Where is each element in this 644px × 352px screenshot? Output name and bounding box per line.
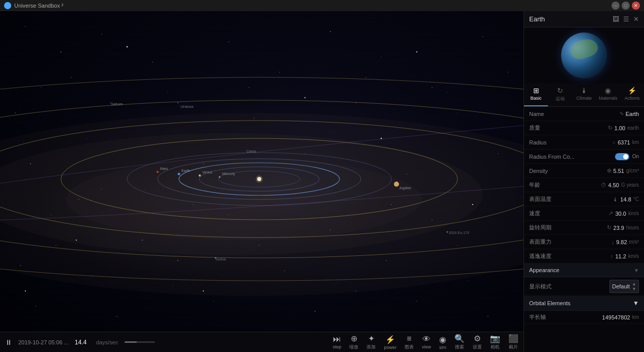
svg-point-11: [15, 112, 15, 113]
tool-step[interactable]: ⏭ step: [332, 335, 341, 349]
panel-list-icon[interactable]: ☰: [623, 15, 629, 23]
toolbar-icons: ⏭ step ⊕ 缩放 ✦ 添加 ⚡ power ≡ 图表 👁 view: [332, 334, 518, 350]
chart-label: 图表: [405, 344, 414, 350]
tab-materials[interactable]: ◉ Materials: [596, 83, 620, 106]
screenshot-icon: ⬛: [508, 334, 518, 343]
step-label: step: [332, 344, 341, 349]
rotation-row: 旋转周期 ↻ 23.9 hours: [524, 221, 644, 235]
density-icon: ⊕: [607, 167, 611, 174]
tool-zoom[interactable]: ⊕ 缩放: [349, 334, 358, 350]
svg-point-16: [457, 113, 458, 113]
svg-text:◦: ◦: [110, 101, 111, 104]
escape-velocity-row: 逃逸速度 ↑ 11.2 km/s: [524, 249, 644, 263]
svg-point-41: [71, 77, 72, 78]
tool-settings[interactable]: ⚙ 设置: [473, 334, 482, 350]
mass-value[interactable]: 1.00: [615, 125, 625, 131]
panel-header-icons: 🖼 ☰ ✕: [612, 15, 639, 23]
svg-text:Sedna: Sedna: [216, 257, 226, 261]
panel-photo-icon[interactable]: 🖼: [612, 15, 619, 23]
earth-sphere: [561, 33, 607, 78]
simulation-viewport[interactable]: Jupiter Earth Mercury Venus Mars Saturn …: [0, 11, 524, 352]
appearance-section-header[interactable]: Appearance ▼: [524, 263, 644, 277]
svg-point-10: [483, 37, 483, 37]
add-icon: ✦: [368, 334, 375, 343]
svg-point-6: [280, 72, 280, 73]
tool-view[interactable]: 👁 view: [422, 335, 431, 349]
surface-temp-value[interactable]: 14.8: [620, 196, 631, 202]
settings-icon: ⚙: [474, 334, 481, 343]
speed-value[interactable]: 30.0: [615, 211, 626, 217]
svg-point-3: [152, 62, 152, 62]
tab-motion[interactable]: ↻ 运动: [548, 83, 572, 106]
name-row: Name ✎ Earth: [524, 107, 644, 121]
tool-sim[interactable]: ◉ sim: [439, 335, 446, 350]
svg-point-40: [487, 316, 488, 316]
density-value[interactable]: 5.51: [614, 168, 624, 174]
power-label: power: [384, 345, 396, 350]
actions-tab-icon: ⚡: [628, 86, 636, 95]
svg-text:Mars: Mars: [160, 167, 168, 170]
svg-point-77: [256, 175, 263, 183]
search-icon: 🔍: [454, 334, 465, 343]
surface-temp-value-container: 🌡 14.8 °C: [612, 196, 639, 202]
tool-add[interactable]: ✦ 添加: [366, 334, 376, 350]
radius-from-toggle[interactable]: [615, 153, 629, 160]
name-value-container: ✎ Earth: [620, 111, 639, 117]
surface-gravity-value[interactable]: 9.82: [616, 239, 627, 245]
svg-text:Saturn: Saturn: [111, 102, 123, 106]
orbital-elements-header[interactable]: Orbital Elements ▼: [524, 296, 644, 311]
step-icon: ⏭: [333, 335, 341, 344]
svg-point-39: [417, 301, 417, 302]
escape-velocity-value[interactable]: 11.2: [615, 253, 626, 259]
maximize-button[interactable]: □: [622, 2, 630, 10]
speed-slider[interactable]: [125, 341, 155, 343]
svg-point-9: [432, 87, 432, 87]
svg-point-95: [447, 231, 448, 233]
surface-gravity-unit: m/s²: [629, 239, 639, 245]
semi-major-value[interactable]: 149547802: [602, 314, 630, 320]
panel-header: Earth 🖼 ☰ ✕: [524, 11, 644, 27]
semi-major-value-container: 149547802 km: [602, 314, 639, 320]
density-label: Density: [529, 168, 548, 174]
properties-panel: Name ✎ Earth 质量 ↻ 1.00 earth Radius ○ 63…: [524, 107, 644, 352]
tool-power[interactable]: ⚡ power: [384, 335, 396, 350]
titlebar: Universe Sandbox ² ─ □ ✕: [0, 0, 644, 11]
mass-row: 质量 ↻ 1.00 earth: [524, 121, 644, 135]
speed-unit: days/sec: [96, 339, 118, 345]
name-value[interactable]: Earth: [626, 111, 639, 117]
surface-temp-label: 表面温度: [529, 195, 551, 203]
display-mode-select[interactable]: Default ▲▼: [609, 280, 639, 293]
age-value[interactable]: 4.50: [608, 182, 619, 188]
tab-climate[interactable]: 🌡 Climate: [572, 83, 596, 106]
close-button[interactable]: ✕: [632, 2, 640, 10]
name-edit-icon: ✎: [620, 111, 624, 116]
svg-point-42: [168, 93, 168, 93]
add-label: 添加: [366, 344, 376, 350]
motion-tab-label: 运动: [556, 96, 565, 102]
mass-unit: earth: [627, 125, 639, 131]
tool-chart[interactable]: ≡ 图表: [405, 334, 414, 350]
tool-camera[interactable]: 📷 相机: [490, 334, 500, 350]
app-icon: [4, 2, 11, 9]
minimize-button[interactable]: ─: [611, 2, 620, 10]
tool-search[interactable]: 🔍 搜索: [454, 334, 465, 350]
rotation-value[interactable]: 23.9: [614, 225, 624, 231]
density-value-container: ⊕ 5.51 g/cm³: [607, 167, 639, 174]
tab-basic[interactable]: ⊞ Basic: [524, 83, 548, 106]
svg-point-2: [102, 34, 102, 35]
surface-gravity-value-container: ↓ 9.82 m/s²: [611, 239, 639, 245]
panel-title: Earth: [529, 15, 545, 23]
mass-value-container: ↻ 1.00 earth: [608, 125, 639, 131]
radius-value[interactable]: 6371: [618, 139, 630, 145]
rotation-unit: hours: [626, 225, 639, 230]
age-unit: G years: [621, 182, 639, 188]
rotation-value-container: ↻ 23.9 hours: [607, 224, 639, 231]
panel-close-icon[interactable]: ✕: [633, 15, 639, 23]
svg-point-34: [468, 281, 468, 281]
tool-screenshot[interactable]: ⬛ 截片: [508, 334, 518, 350]
window-controls: ─ □ ✕: [611, 2, 640, 10]
pause-button[interactable]: ⏸: [5, 338, 12, 346]
tab-bar: ⊞ Basic ↻ 运动 🌡 Climate ◉ Materials ⚡ Act…: [524, 83, 644, 107]
climate-tab-label: Climate: [576, 96, 592, 101]
tab-actions[interactable]: ⚡ Actions: [620, 83, 644, 106]
